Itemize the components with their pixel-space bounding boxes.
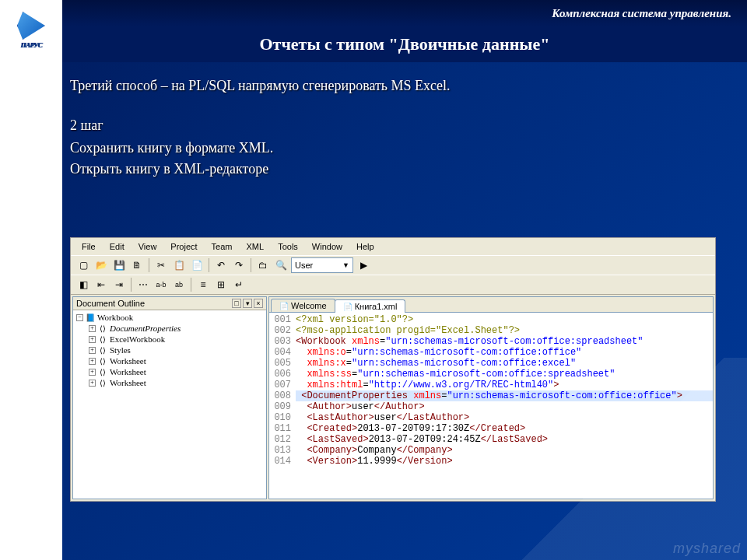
code-line[interactable]: 002<?mso-application progid="Excel.Sheet…: [269, 325, 713, 336]
comment-button[interactable]: ⋯: [135, 277, 151, 292]
outline-title: Document Outline: [76, 299, 145, 308]
save-all-button[interactable]: 🗎: [129, 257, 145, 273]
dropdown-icon[interactable]: ▾: [243, 299, 252, 308]
file-icon: 📄: [343, 302, 352, 311]
workbook-icon: 📘: [86, 313, 95, 322]
element-icon: ⟨⟩: [98, 367, 107, 376]
code-line[interactable]: 013 <Company>Company</Company>: [269, 445, 713, 456]
page-title-bar: Отчеты с типом "Двоичные данные": [62, 26, 747, 62]
menu-tools[interactable]: Tools: [272, 240, 304, 253]
expand-icon[interactable]: +: [89, 369, 96, 376]
copy-button[interactable]: 📋: [171, 257, 187, 273]
tree-root[interactable]: −📘Workbook: [76, 312, 263, 323]
line-number: 005: [269, 358, 296, 369]
left-stripe: [0, 0, 62, 560]
line-number: 012: [269, 434, 296, 445]
save-button[interactable]: 💾: [111, 257, 127, 273]
toolbar-separator: [251, 258, 251, 272]
tree-item-excelworkbook[interactable]: +⟨⟩ExcelWorkbook: [76, 334, 263, 345]
line-number: 006: [269, 369, 296, 380]
code-line[interactable]: 008 <DocumentProperties xmlns="urn:schem…: [269, 390, 713, 401]
line-number: 010: [269, 412, 296, 423]
collapse-icon[interactable]: −: [76, 314, 83, 321]
code-line[interactable]: 004 xmlns:o="urn:schemas-microsoft-com:o…: [269, 347, 713, 358]
expand-icon[interactable]: +: [89, 358, 96, 365]
logo-sail-icon: [17, 12, 45, 40]
tree-item-documentproperties[interactable]: +⟨⟩DocumentProperties: [76, 323, 263, 334]
code-line[interactable]: 005 xmlns:x="urn:schemas-microsoft-com:o…: [269, 358, 713, 369]
menu-team[interactable]: Team: [205, 240, 239, 253]
outdent-button[interactable]: ⇤: [93, 277, 109, 292]
code-line[interactable]: 011 <Created>2013-07-20T09:17:30Z</Creat…: [269, 423, 713, 434]
uncomment-button[interactable]: a-b: [153, 277, 169, 292]
code-line[interactable]: 012 <LastSaved>2013-07-20T09:24:45Z</Las…: [269, 434, 713, 445]
menu-bar: FileEditViewProjectTeamXMLToolsWindowHel…: [71, 238, 715, 255]
expand-icon[interactable]: +: [89, 325, 96, 332]
menu-edit[interactable]: Edit: [103, 240, 131, 253]
step-label: 2 шаг: [70, 117, 724, 134]
element-icon: ⟨⟩: [98, 345, 107, 355]
xml-editor-window: FileEditViewProjectTeamXMLToolsWindowHel…: [70, 237, 716, 502]
undo-button[interactable]: ↶: [213, 257, 229, 273]
menu-xml[interactable]: XML: [240, 240, 271, 253]
user-combo[interactable]: User ▼: [291, 257, 353, 273]
line-number: 014: [269, 456, 296, 467]
indent-button[interactable]: ⇥: [111, 277, 127, 292]
code-line[interactable]: 003<Workbook xmlns="urn:schemas-microsof…: [269, 336, 713, 347]
tree-item-styles[interactable]: +⟨⟩Styles: [76, 345, 263, 355]
code-line[interactable]: 010 <LastAuthor>user</LastAuthor>: [269, 412, 713, 423]
toolbar-separator: [131, 278, 132, 292]
new-file-button[interactable]: ▢: [75, 257, 91, 273]
menu-file[interactable]: File: [75, 240, 102, 253]
editor-tabs: 📄Welcome📄Книга1.xml: [269, 297, 713, 313]
tree-item-worksheet[interactable]: +⟨⟩Worksheet: [76, 366, 263, 377]
tab-0[interactable]: 📄Welcome: [271, 299, 335, 312]
expand-icon[interactable]: +: [89, 380, 96, 387]
element-icon: ⟨⟩: [98, 356, 107, 366]
file-icon: 📄: [279, 301, 289, 310]
logo-text: ПАРУС: [20, 41, 42, 49]
run-button[interactable]: ▶: [356, 257, 371, 273]
expand-icon[interactable]: +: [89, 336, 96, 343]
menu-view[interactable]: View: [132, 240, 163, 253]
paste-button[interactable]: 📄: [189, 257, 205, 273]
tree-item-worksheet[interactable]: +⟨⟩Worksheet: [76, 377, 263, 388]
code-line[interactable]: 001<?xml version="1.0"?>: [269, 314, 713, 325]
line-number: 009: [269, 401, 296, 412]
search-icon[interactable]: 🔍: [273, 257, 289, 273]
system-title: Комплексная система управления.: [552, 7, 731, 20]
chevron-down-icon: ▼: [342, 261, 349, 269]
folder-icon[interactable]: 🗀: [255, 257, 271, 273]
slide-content: Третий способ – на PL/SQL напрямую сгене…: [70, 78, 724, 182]
code-line[interactable]: 007 xmlns:html="http://www.w3.org/TR/REC…: [269, 380, 713, 390]
tree-item-worksheet[interactable]: +⟨⟩Worksheet: [76, 355, 263, 366]
format-button[interactable]: ab: [171, 277, 187, 292]
menu-window[interactable]: Window: [306, 240, 349, 253]
wrap-button[interactable]: ↵: [231, 277, 247, 292]
code-line[interactable]: 006 xmlns:ss="urn:schemas-microsoft-com:…: [269, 369, 713, 380]
code-line[interactable]: 014 <Version>11.9999</Version>: [269, 456, 713, 467]
outline-tree: −📘Workbook+⟨⟩DocumentProperties+⟨⟩ExcelW…: [73, 310, 266, 390]
tag-icon[interactable]: ◧: [75, 277, 91, 292]
intro-text: Третий способ – на PL/SQL напрямую сгене…: [70, 78, 724, 94]
page-title: Отчеты с типом "Двоичные данные": [260, 34, 550, 54]
editor-body: Document Outline □ ▾ × −📘Workbook+⟨⟩Docu…: [71, 294, 715, 501]
validate-button[interactable]: ≡: [195, 277, 211, 292]
pin-icon[interactable]: □: [232, 299, 241, 308]
code-editor-panel: 📄Welcome📄Книга1.xml 001<?xml version="1.…: [268, 296, 714, 499]
line-number: 011: [269, 423, 296, 434]
redo-button[interactable]: ↷: [231, 257, 247, 273]
tree-view-button[interactable]: ⊞: [213, 277, 229, 292]
menu-help[interactable]: Help: [350, 240, 381, 253]
cut-button[interactable]: ✂: [153, 257, 169, 273]
line-number: 003: [269, 336, 296, 347]
line-number: 001: [269, 314, 296, 325]
element-icon: ⟨⟩: [98, 378, 107, 387]
tab-1[interactable]: 📄Книга1.xml: [335, 299, 406, 313]
code-area[interactable]: 001<?xml version="1.0"?>002<?mso-applica…: [269, 313, 713, 499]
expand-icon[interactable]: +: [89, 347, 96, 354]
open-file-button[interactable]: 📂: [93, 257, 109, 273]
code-line[interactable]: 009 <Author>user</Author>: [269, 401, 713, 412]
menu-project[interactable]: Project: [164, 240, 203, 253]
close-icon[interactable]: ×: [254, 299, 263, 308]
